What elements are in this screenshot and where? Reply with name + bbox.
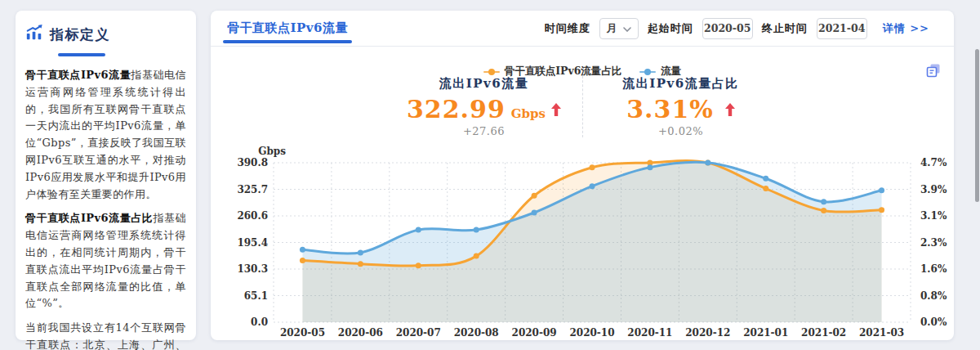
svg-text:Gbps: Gbps [258, 146, 286, 157]
svg-text:2020-12: 2020-12 [685, 327, 730, 339]
kpi-title: 流出IPv6流量占比 [599, 76, 763, 92]
indicator-definition-card: 指标定义 骨干直联点IPv6流量指基础电信运营商网络管理系统统计得出的，我国所有… [16, 11, 196, 340]
tab-backbone-ipv6-traffic[interactable]: 骨干直联点IPv6流量 [227, 11, 348, 46]
up-arrow-icon [551, 103, 561, 119]
svg-text:2020-05: 2020-05 [280, 327, 325, 339]
data-view-icon[interactable] [926, 63, 941, 78]
svg-text:3.9%: 3.9% [920, 184, 947, 195]
kpi-title: 流出IPv6流量 [403, 76, 566, 92]
svg-text:2020-09: 2020-09 [512, 327, 557, 339]
scrollbar-thumb[interactable] [975, 49, 979, 202]
panel-header: 骨干直联点IPv6流量 时间维度 月 起始时间 2020-05 终止时间 202… [211, 11, 954, 47]
indicator-definitions: 骨干直联点IPv6流量指基础电信运营商网络管理系统统计得出的，我国所有互联网骨干… [25, 67, 186, 350]
svg-text:65.1: 65.1 [244, 290, 268, 302]
svg-text:3.1%: 3.1% [920, 210, 947, 222]
legend-marker-blue [639, 69, 656, 75]
kpi-delta: +0.02% [599, 125, 763, 137]
svg-text:260.6: 260.6 [237, 210, 268, 222]
svg-text:2020-07: 2020-07 [396, 327, 441, 339]
svg-text:2020-11: 2020-11 [627, 327, 672, 339]
svg-text:2021-02: 2021-02 [801, 327, 846, 339]
kpi-value: 322.99 [407, 96, 506, 123]
svg-text:2021-03: 2021-03 [859, 327, 904, 339]
time-dimension-select[interactable]: 月 [599, 18, 639, 39]
definition-paragraph: 骨干直联点IPv6流量占比指基础电信运营商网络管理系统统计得出的，在相同统计周期… [25, 210, 186, 312]
ipv6-traffic-panel: 骨干直联点IPv6流量 时间维度 月 起始时间 2020-05 终止时间 202… [211, 11, 954, 340]
line-chart[interactable]: Gbps390.8325.7260.6195.4130.365.10.04.7%… [211, 145, 954, 339]
time-controls: 时间维度 月 起始时间 2020-05 终止时间 2021-04 详情 >> [545, 18, 929, 39]
details-link[interactable]: 详情 >> [883, 21, 929, 36]
svg-text:0.0: 0.0 [251, 316, 268, 328]
kpi-delta: +27.66 [403, 125, 566, 137]
end-time-label: 终止时间 [762, 21, 808, 36]
kpi-value: 3.31% [626, 96, 714, 123]
bar-chart-trend-icon [25, 24, 43, 45]
start-time-label: 起始时间 [648, 21, 693, 36]
active-tab-underline [223, 40, 352, 43]
tab-label: 骨干直联点IPv6流量 [227, 20, 348, 36]
svg-text:4.7%: 4.7% [920, 157, 947, 168]
legend-marker-orange [483, 69, 500, 75]
svg-text:2020-10: 2020-10 [569, 327, 614, 339]
svg-text:1.6%: 1.6% [920, 263, 947, 275]
time-dimension-label: 时间维度 [545, 21, 590, 36]
kpi-divider [582, 76, 583, 137]
sidebar-header: 指标定义 [25, 24, 186, 45]
svg-text:2020-06: 2020-06 [338, 327, 383, 339]
definition-paragraph: 骨干直联点IPv6流量指基础电信运营商网络管理系统统计得出的，我国所有互联网骨干… [25, 67, 186, 203]
sidebar-title: 指标定义 [50, 25, 110, 44]
sidebar-title-underline [58, 53, 105, 56]
end-time-input[interactable]: 2021-04 [817, 18, 867, 39]
svg-text:0.8%: 0.8% [920, 290, 947, 302]
kpi-outflow-ratio: 流出IPv6流量占比 3.31% +0.02% [599, 76, 763, 137]
chevron-down-icon [623, 22, 631, 34]
kpi-outflow-traffic: 流出IPv6流量 322.99 Gbps +27.66 [403, 76, 566, 137]
svg-text:390.8: 390.8 [237, 157, 268, 168]
svg-text:325.7: 325.7 [237, 184, 268, 195]
chart-section: 骨干直联点IPv6流量占比 流量 流出IPv6流量 322.99 Gbps +2… [211, 47, 954, 339]
svg-text:2020-08: 2020-08 [454, 327, 499, 339]
kpi-row: 流出IPv6流量 322.99 Gbps +27.66 流出IPv6流量占比 3… [211, 76, 954, 137]
kpi-unit: Gbps [511, 106, 546, 121]
up-arrow-icon [725, 103, 735, 119]
time-dimension-value: 月 [607, 21, 617, 36]
definition-paragraph: 当前我国共设立有14个互联网骨干直联点：北京、上海、广州、武汉、南京、成都、沈阳… [25, 320, 186, 350]
svg-text:195.4: 195.4 [237, 237, 268, 249]
svg-text:2.3%: 2.3% [920, 237, 947, 249]
svg-text:2021-01: 2021-01 [743, 327, 788, 339]
svg-text:130.3: 130.3 [237, 263, 268, 275]
start-time-input[interactable]: 2020-05 [702, 18, 753, 39]
svg-text:0.0%: 0.0% [920, 316, 947, 328]
